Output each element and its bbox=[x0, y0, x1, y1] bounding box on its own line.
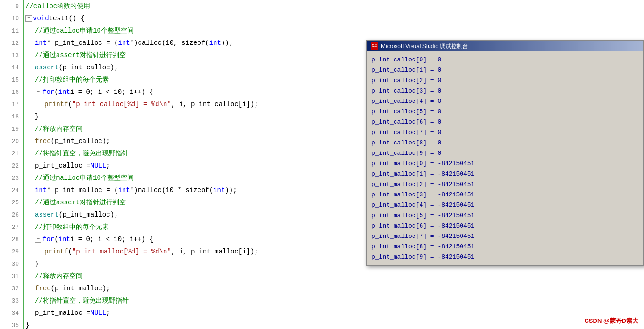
line-number: 14 bbox=[0, 61, 23, 74]
code-token: test1() { bbox=[49, 15, 85, 22]
code-token: void bbox=[33, 15, 49, 22]
code-token: ; bbox=[106, 162, 110, 169]
code-line: −void test1() { bbox=[24, 12, 644, 25]
code-token: p_int_calloc = bbox=[35, 162, 91, 169]
code-token: i = 0; i < 10; i++) { bbox=[70, 88, 153, 96]
code-token: int bbox=[58, 88, 70, 96]
console-line: p_int_calloc[1] = 0 bbox=[372, 65, 638, 75]
line-number: 33 bbox=[0, 295, 23, 307]
code-token: )); bbox=[221, 39, 233, 47]
console-line: p_int_calloc[6] = 0 bbox=[372, 117, 638, 127]
code-editor: 9101112131415161718192021222324252627282… bbox=[0, 0, 644, 329]
code-token: "p_int_malloc[%d] = %d\n" bbox=[72, 248, 171, 255]
code-token: for bbox=[42, 236, 54, 243]
line-number: 22 bbox=[0, 160, 23, 172]
fold-icon[interactable]: − bbox=[25, 15, 32, 22]
code-token: (p_int_calloc); bbox=[51, 137, 110, 145]
fold-icon[interactable]: − bbox=[35, 89, 41, 95]
code-token: //通过assert对指针进行判空 bbox=[35, 51, 126, 59]
code-token: ( bbox=[54, 88, 58, 96]
console-line: p_int_calloc[0] = 0 bbox=[372, 54, 638, 65]
line-number: 26 bbox=[0, 209, 23, 221]
line-number: 27 bbox=[0, 221, 23, 233]
console-title: Microsoft Visual Studio 调试控制台 bbox=[381, 42, 639, 51]
console-window: C# Microsoft Visual Studio 调试控制台 p_int_c… bbox=[366, 40, 644, 266]
code-token: free bbox=[35, 137, 51, 145]
code-token: //calloc函数的使用 bbox=[25, 2, 90, 10]
line-number: 31 bbox=[0, 270, 23, 282]
code-token: //将指针置空，避免出现野指针 bbox=[35, 296, 129, 305]
console-line: p_int_malloc[9] = -842150451 bbox=[372, 252, 638, 262]
console-line: p_int_malloc[4] = -842150451 bbox=[372, 200, 638, 210]
code-token: int bbox=[213, 186, 225, 194]
console-titlebar: C# Microsoft Visual Studio 调试控制台 bbox=[367, 41, 643, 51]
code-line: //calloc函数的使用 bbox=[24, 0, 644, 12]
code-token: free bbox=[35, 285, 51, 292]
line-number: 30 bbox=[0, 258, 23, 270]
console-line: p_int_malloc[6] = -842150451 bbox=[372, 220, 638, 231]
line-numbers: 9101112131415161718192021222324252627282… bbox=[0, 0, 24, 329]
watermark: CSDN @蒙奇D索大 bbox=[584, 317, 638, 325]
line-number: 28 bbox=[0, 233, 23, 245]
code-token: int bbox=[209, 39, 221, 47]
code-token: int bbox=[58, 236, 70, 243]
line-number: 11 bbox=[0, 25, 23, 37]
code-token: , i, p_int_malloc[i]); bbox=[171, 248, 258, 255]
code-token: (p_int_calloc); bbox=[58, 64, 118, 71]
code-token: * p_int_malloc = ( bbox=[47, 186, 118, 194]
console-icon: C# bbox=[371, 42, 378, 50]
line-number: 19 bbox=[0, 123, 23, 135]
line-number: 17 bbox=[0, 98, 23, 110]
code-token: ; bbox=[106, 309, 110, 317]
console-line: p_int_calloc[4] = 0 bbox=[372, 96, 638, 106]
code-token: //打印数组中的每个元素 bbox=[35, 76, 109, 84]
code-token: ( bbox=[54, 236, 58, 243]
line-number: 9 bbox=[0, 0, 23, 12]
console-line: p_int_calloc[8] = 0 bbox=[372, 137, 638, 148]
console-line: p_int_calloc[2] = 0 bbox=[372, 75, 638, 85]
code-token: (p_int_malloc); bbox=[51, 285, 110, 292]
code-token: *)malloc(10 * sizeof( bbox=[130, 186, 213, 194]
code-token: int bbox=[118, 186, 130, 194]
line-number: 23 bbox=[0, 172, 23, 184]
code-token: p_int_malloc = bbox=[35, 309, 91, 317]
code-token: NULL bbox=[91, 309, 107, 317]
code-token: ( bbox=[68, 248, 72, 255]
console-line: p_int_malloc[8] = -842150451 bbox=[372, 241, 638, 252]
console-line: p_int_malloc[0] = -842150451 bbox=[372, 158, 638, 169]
code-token: //打印数组中的每个元素 bbox=[35, 223, 109, 231]
line-number: 32 bbox=[0, 282, 23, 295]
code-token: } bbox=[25, 321, 29, 329]
code-line: //释放内存空间 bbox=[24, 270, 644, 282]
code-token: , i, p_int_calloc[i]); bbox=[171, 101, 258, 108]
line-number: 20 bbox=[0, 135, 23, 147]
line-number: 12 bbox=[0, 37, 23, 49]
line-number: 15 bbox=[0, 74, 23, 86]
line-number: 16 bbox=[0, 86, 23, 98]
console-line: p_int_calloc[9] = 0 bbox=[372, 148, 638, 158]
code-token: * p_int_calloc = ( bbox=[47, 39, 118, 47]
code-token: (p_int_malloc); bbox=[58, 211, 118, 219]
code-line: p_int_malloc = NULL; bbox=[24, 307, 644, 319]
code-token: assert bbox=[35, 211, 58, 219]
console-line: p_int_calloc[7] = 0 bbox=[372, 127, 638, 137]
line-number: 18 bbox=[0, 110, 23, 123]
code-token: //释放内存空间 bbox=[35, 272, 83, 280]
line-number: 13 bbox=[0, 49, 23, 61]
console-line: p_int_calloc[3] = 0 bbox=[372, 85, 638, 96]
code-token: assert bbox=[35, 64, 58, 71]
code-token: //释放内存空间 bbox=[35, 125, 83, 133]
line-number: 24 bbox=[0, 184, 23, 196]
console-line: p_int_calloc[5] = 0 bbox=[372, 106, 638, 117]
code-token: i = 0; i < 10; i++) { bbox=[70, 236, 153, 243]
code-token: int bbox=[118, 39, 130, 47]
code-token: } bbox=[35, 113, 39, 120]
fold-icon[interactable]: − bbox=[35, 236, 41, 243]
code-token: *)calloc(10, sizeof( bbox=[130, 39, 209, 47]
line-number: 34 bbox=[0, 307, 23, 319]
code-token: printf bbox=[44, 101, 68, 108]
code-token: "p_int_calloc[%d] = %d\n" bbox=[72, 101, 171, 108]
code-token: int bbox=[35, 186, 47, 194]
code-token: printf bbox=[44, 248, 68, 255]
line-number: 29 bbox=[0, 245, 23, 258]
